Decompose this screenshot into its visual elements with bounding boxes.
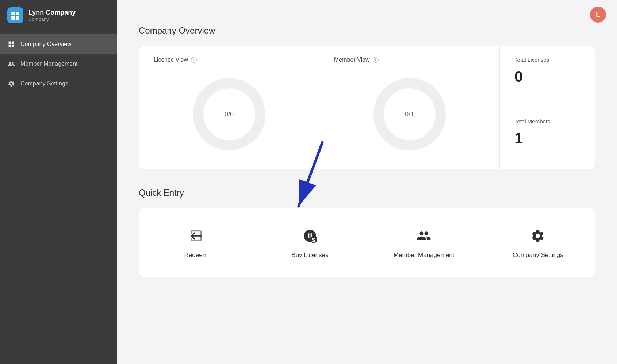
svg-rect-1 <box>16 12 19 15</box>
svg-text:$: $ <box>312 237 315 243</box>
sidebar-item-company-overview[interactable]: Company Overview <box>0 34 117 54</box>
sidebar-item-company-settings[interactable]: Company Settings <box>0 74 117 93</box>
quick-entry-title: Quick Entry <box>139 188 595 198</box>
main-content: L Company Overview License View i 0/0 <box>117 0 617 364</box>
company-overview-icon <box>7 40 15 48</box>
member-view-value: 0/1 <box>405 111 414 118</box>
sidebar-logo <box>7 7 23 23</box>
avatar[interactable]: L <box>590 7 606 23</box>
sidebar-item-company-settings-label: Company Settings <box>20 80 68 87</box>
quick-entry-redeem[interactable]: Redeem <box>139 208 253 277</box>
member-view-card: Member View i 0/1 <box>319 46 500 169</box>
total-licenses-value: 0 <box>514 68 549 85</box>
sidebar-company-name: Lynn Company <box>28 9 76 17</box>
sidebar-item-company-overview-label: Company Overview <box>20 41 72 47</box>
license-view-label: License View i <box>154 57 197 63</box>
redeem-label: Redeem <box>184 252 207 259</box>
member-view-chart: 0/1 <box>369 74 450 154</box>
svg-rect-2 <box>11 16 15 20</box>
svg-rect-3 <box>16 16 19 20</box>
content-area: Company Overview License View i 0/0 Me <box>117 4 617 292</box>
topbar: L <box>579 0 617 29</box>
quick-entry-member-management[interactable]: Member Management <box>367 208 481 277</box>
sidebar-item-member-management[interactable]: Member Management <box>0 54 117 74</box>
quick-entry-section: Quick Entry <box>139 188 595 277</box>
total-licenses-section: Total Licenses 0 <box>500 46 564 108</box>
member-view-label: Member View i <box>334 57 379 63</box>
member-management-quick-label: Member Management <box>394 252 454 259</box>
quick-entry-grid: Redeem $ Buy Licenses <box>139 208 595 277</box>
license-view-info-icon[interactable]: i <box>191 57 197 63</box>
total-members-value: 1 <box>514 130 550 147</box>
license-view-value: 0/0 <box>225 111 234 118</box>
sidebar-header: Lynn Company Company <box>0 0 117 31</box>
company-settings-quick-icon <box>529 227 547 245</box>
member-management-icon <box>7 60 15 68</box>
member-management-quick-icon <box>415 227 433 245</box>
sidebar-company-info: Lynn Company Company <box>28 9 76 22</box>
company-settings-quick-label: Company Settings <box>513 252 563 259</box>
total-members-label: Total Members <box>514 118 550 124</box>
total-members-section: Total Members 1 <box>500 108 565 169</box>
sidebar-nav: Company Overview Member Management Compa… <box>0 34 117 93</box>
company-settings-icon <box>7 80 15 88</box>
quick-entry-buy-licenses[interactable]: $ Buy Licenses <box>253 208 367 277</box>
license-view-chart: 0/0 <box>189 74 269 154</box>
page-title: Company Overview <box>139 26 595 36</box>
quick-entry-wrapper: Redeem $ Buy Licenses <box>139 208 595 277</box>
sidebar-company-sub: Company <box>28 16 76 22</box>
member-view-info-icon[interactable]: i <box>373 57 379 63</box>
sidebar-item-member-management-label: Member Management <box>20 61 78 67</box>
sidebar: Lynn Company Company Company Overview Me… <box>0 0 117 364</box>
buy-licenses-icon: $ <box>301 227 319 245</box>
buy-licenses-label: Buy Licenses <box>291 252 328 259</box>
svg-rect-0 <box>11 12 15 15</box>
redeem-icon <box>187 227 205 245</box>
license-view-card: License View i 0/0 <box>139 46 319 169</box>
stats-card: Total Licenses 0 Total Members 1 <box>500 46 595 169</box>
overview-cards: License View i 0/0 Member View i <box>139 46 595 169</box>
quick-entry-company-settings[interactable]: Company Settings <box>481 208 595 277</box>
total-licenses-label: Total Licenses <box>514 57 549 63</box>
